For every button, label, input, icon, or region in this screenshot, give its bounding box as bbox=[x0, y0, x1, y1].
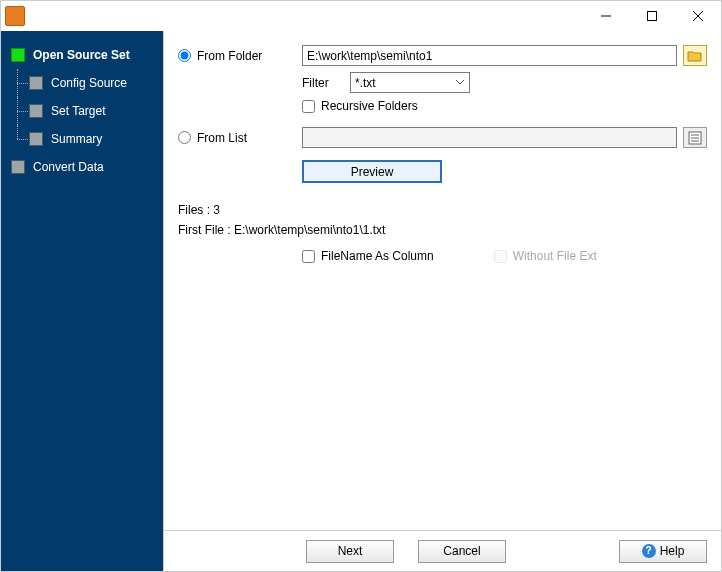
next-button[interactable]: Next bbox=[306, 540, 394, 563]
folder-open-icon bbox=[687, 49, 703, 63]
list-path-input[interactable] bbox=[302, 127, 677, 148]
step-marker-icon bbox=[29, 104, 43, 118]
titlebar bbox=[1, 1, 721, 31]
without-file-ext-label: Without File Ext bbox=[513, 249, 597, 263]
sidebar-item-label: Config Source bbox=[51, 76, 127, 90]
sidebar-item-label: Set Target bbox=[51, 104, 105, 118]
maximize-icon bbox=[647, 11, 657, 21]
step-marker-icon bbox=[11, 48, 25, 62]
filter-label: Filter bbox=[302, 76, 350, 90]
svg-rect-1 bbox=[648, 12, 657, 21]
step-marker-icon bbox=[29, 132, 43, 146]
app-window: Open Source Set Config Source Set Target… bbox=[0, 0, 722, 572]
sidebar-item-set-target[interactable]: Set Target bbox=[1, 97, 163, 125]
close-icon bbox=[693, 11, 703, 21]
recursive-folders-label: Recursive Folders bbox=[321, 99, 418, 113]
cancel-label: Cancel bbox=[443, 544, 480, 558]
files-count-text: Files : 3 bbox=[178, 203, 707, 217]
sidebar-item-summary[interactable]: Summary bbox=[1, 125, 163, 153]
sidebar-item-label: Convert Data bbox=[33, 160, 104, 174]
from-folder-radio-label[interactable]: From Folder bbox=[178, 49, 302, 63]
from-folder-radio[interactable] bbox=[178, 49, 191, 62]
maximize-button[interactable] bbox=[629, 1, 675, 31]
filter-combo[interactable]: *.txt bbox=[350, 72, 470, 93]
sidebar-item-open-source-set[interactable]: Open Source Set bbox=[1, 41, 163, 69]
folder-path-input[interactable] bbox=[302, 45, 677, 66]
minimize-icon bbox=[601, 11, 611, 21]
sidebar-item-config-source[interactable]: Config Source bbox=[1, 69, 163, 97]
minimize-button[interactable] bbox=[583, 1, 629, 31]
close-button[interactable] bbox=[675, 1, 721, 31]
first-file-text: First File : E:\work\temp\semi\nto1\1.tx… bbox=[178, 223, 707, 237]
cancel-button[interactable]: Cancel bbox=[418, 540, 506, 563]
step-marker-icon bbox=[29, 76, 43, 90]
filename-as-column-checkbox[interactable] bbox=[302, 250, 315, 263]
from-folder-text: From Folder bbox=[197, 49, 262, 63]
filter-value: *.txt bbox=[355, 76, 376, 90]
sidebar-item-convert-data[interactable]: Convert Data bbox=[1, 153, 163, 181]
browse-list-button[interactable] bbox=[683, 127, 707, 148]
window-controls bbox=[583, 1, 721, 31]
list-file-icon bbox=[688, 131, 702, 145]
recursive-folders-checkbox[interactable] bbox=[302, 100, 315, 113]
step-marker-icon bbox=[11, 160, 25, 174]
wizard-sidebar: Open Source Set Config Source Set Target… bbox=[1, 31, 163, 571]
preview-label: Preview bbox=[351, 165, 394, 179]
help-icon: ? bbox=[642, 544, 656, 558]
without-file-ext-checkbox bbox=[494, 250, 507, 263]
sidebar-item-label: Open Source Set bbox=[33, 48, 130, 62]
button-bar: Next Cancel ? Help bbox=[164, 531, 721, 571]
from-list-text: From List bbox=[197, 131, 247, 145]
browse-folder-button[interactable] bbox=[683, 45, 707, 66]
filename-as-column-label: FileName As Column bbox=[321, 249, 434, 263]
main-panel: From Folder Filter *.txt bbox=[163, 31, 721, 571]
chevron-down-icon bbox=[455, 77, 465, 87]
app-icon bbox=[5, 6, 25, 26]
preview-button[interactable]: Preview bbox=[302, 160, 442, 183]
help-button[interactable]: ? Help bbox=[619, 540, 707, 563]
help-label: Help bbox=[660, 544, 685, 558]
from-list-radio[interactable] bbox=[178, 131, 191, 144]
next-label: Next bbox=[338, 544, 363, 558]
from-list-radio-label[interactable]: From List bbox=[178, 131, 302, 145]
sidebar-item-label: Summary bbox=[51, 132, 102, 146]
